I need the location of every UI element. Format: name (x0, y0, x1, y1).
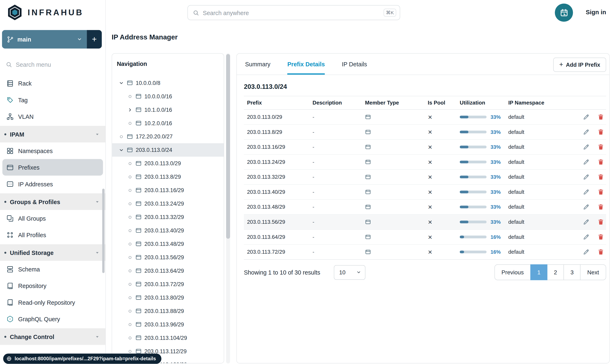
edit-icon[interactable] (583, 173, 589, 180)
delete-icon[interactable] (598, 173, 604, 180)
add-branch-button[interactable]: + (87, 30, 102, 49)
table-row[interactable]: 203.0.113.72/29 - ✕ 16% default (244, 244, 606, 260)
delete-icon[interactable] (598, 129, 604, 135)
table-row[interactable]: 203.0.113.40/29 - ✕ 33% default (244, 184, 606, 200)
tab-ip-details[interactable]: IP Details (342, 54, 367, 75)
delete-icon[interactable] (598, 189, 604, 195)
delete-icon[interactable] (598, 159, 604, 165)
menu-search-input[interactable] (16, 61, 100, 67)
edit-icon[interactable] (583, 204, 589, 210)
tree-item[interactable]: 10.0.0.0/8 (112, 76, 224, 90)
tree-item[interactable]: 203.0.113.72/29 (112, 277, 224, 291)
navigation-scrollbar-thumb[interactable] (226, 54, 230, 239)
prefix-cell[interactable]: 203.0.113.64/29 (244, 230, 309, 245)
tree-item[interactable]: 203.0.113.88/29 (112, 304, 224, 318)
table-row[interactable]: 203.0.113.0/29 - ✕ 33% default (244, 109, 606, 125)
delete-icon[interactable] (598, 114, 604, 120)
sidebar-item-prefixes[interactable]: Prefixes (2, 159, 103, 176)
add-ip-prefix-button[interactable]: + Add IP Prefix (553, 58, 606, 72)
delete-icon[interactable] (598, 248, 604, 255)
chevron-right-icon[interactable] (128, 107, 133, 112)
sidebar: INFRAHUB main + Rack Tag (0, 0, 106, 364)
tree-item[interactable]: 203.0.113.64/29 (112, 264, 224, 277)
sidebar-item-ip-addresses[interactable]: IP Addresses (2, 176, 103, 192)
table-row[interactable]: 203.0.113.8/29 - ✕ 33% default (244, 125, 606, 140)
schedule-button[interactable] (555, 3, 573, 22)
tree-item[interactable]: 203.0.113.40/29 (112, 224, 224, 237)
page-button-2[interactable]: 2 (547, 264, 564, 280)
navigation-scrollbar-track[interactable] (226, 53, 230, 363)
section-header-unified-storage[interactable]: Unified Storage (0, 244, 105, 261)
prefix-cell[interactable]: 203.0.113.24/29 (244, 155, 309, 169)
tree-item-selected[interactable]: 203.0.113.0/24 (112, 143, 224, 156)
prefix-cell[interactable]: 203.0.113.0/29 (244, 109, 309, 125)
edit-icon[interactable] (583, 248, 589, 255)
prefix-cell[interactable]: 203.0.113.56/29 (244, 214, 309, 230)
sidebar-item-namespaces[interactable]: Namespaces (2, 143, 103, 159)
sidebar-item-schema[interactable]: Schema (2, 261, 103, 277)
page-size-select[interactable]: 10 (334, 265, 366, 280)
edit-icon[interactable] (583, 219, 589, 225)
tree-item[interactable]: 203.0.113.96/29 (112, 318, 224, 331)
tree-item[interactable]: 10.1.0.0/16 (112, 103, 224, 117)
sidebar-item-all-profiles[interactable]: All Profiles (2, 226, 103, 243)
tree-item[interactable]: 172.20.20.0/27 (112, 130, 224, 143)
prefix-cell[interactable]: 203.0.113.72/29 (244, 244, 309, 260)
sidebar-item-all-groups[interactable]: All Groups (2, 210, 103, 226)
chevron-down-icon[interactable] (119, 80, 124, 86)
edit-icon[interactable] (583, 129, 589, 135)
sidebar-scrollbar[interactable] (102, 189, 105, 273)
prefix-cell[interactable]: 203.0.113.40/29 (244, 184, 309, 200)
edit-icon[interactable] (583, 143, 589, 150)
sidebar-item-tag[interactable]: Tag (2, 91, 103, 108)
edit-icon[interactable] (583, 189, 589, 195)
prefix-cell[interactable]: 203.0.113.48/29 (244, 200, 309, 215)
table-row[interactable]: 203.0.113.56/29 - ✕ 33% default (244, 214, 606, 230)
page-button-3[interactable]: 3 (564, 264, 581, 280)
section-header-ipam[interactable]: IPAM (0, 126, 105, 142)
sidebar-item-rack[interactable]: Rack (2, 75, 103, 91)
tree-item[interactable]: 203.0.113.104/29 (112, 331, 224, 345)
page-button-1[interactable]: 1 (531, 264, 548, 280)
tree-item[interactable]: 203.0.113.0/29 (112, 156, 224, 170)
table-row[interactable]: 203.0.113.16/29 - ✕ 33% default (244, 140, 606, 155)
table-row[interactable]: 203.0.113.48/29 - ✕ 33% default (244, 200, 606, 215)
section-header-change-control[interactable]: Change Control (0, 328, 105, 345)
edit-icon[interactable] (583, 159, 589, 165)
edit-icon[interactable] (583, 234, 589, 240)
prefix-cell[interactable]: 203.0.113.16/29 (244, 140, 309, 155)
next-page-button[interactable]: Next (580, 264, 606, 280)
previous-page-button[interactable]: Previous (494, 264, 531, 280)
table-row[interactable]: 203.0.113.24/29 - ✕ 33% default (244, 155, 606, 169)
tree-item[interactable]: 203.0.113.56/29 (112, 251, 224, 264)
sidebar-item-vlan[interactable]: VLAN (2, 108, 103, 125)
delete-icon[interactable] (598, 204, 604, 210)
prefix-cell[interactable]: 203.0.113.8/29 (244, 125, 309, 140)
delete-icon[interactable] (598, 234, 604, 240)
sidebar-item-repository[interactable]: Repository (2, 277, 103, 294)
logo[interactable]: INFRAHUB (0, 0, 105, 21)
tree-item[interactable]: 203.0.113.16/29 (112, 183, 224, 197)
section-header-groups-profiles[interactable]: Groups & Profiles (0, 193, 105, 210)
sidebar-item-readonly-repository[interactable]: Read-only Repository (2, 294, 103, 311)
table-row[interactable]: 203.0.113.64/29 - ✕ 16% default (244, 230, 606, 245)
global-search-input[interactable] (203, 9, 380, 16)
sidebar-item-graphql-query[interactable]: GraphQL Query (2, 311, 103, 327)
delete-icon[interactable] (598, 143, 604, 150)
edit-icon[interactable] (583, 114, 589, 120)
prefix-cell[interactable]: 203.0.113.32/29 (244, 169, 309, 184)
sign-in-link[interactable]: Sign in (586, 9, 606, 16)
tree-item[interactable]: 10.0.0.0/16 (112, 90, 224, 103)
delete-icon[interactable] (598, 219, 604, 225)
branch-select-button[interactable]: main (2, 30, 87, 49)
tree-item[interactable]: 203.0.113.24/29 (112, 197, 224, 210)
table-row[interactable]: 203.0.113.32/29 - ✕ 33% default (244, 169, 606, 184)
tree-item[interactable]: 203.0.113.48/29 (112, 237, 224, 251)
tree-item[interactable]: 203.0.113.8/29 (112, 170, 224, 183)
tree-item[interactable]: 10.2.0.0/16 (112, 116, 224, 130)
tab-summary[interactable]: Summary (245, 54, 270, 75)
chevron-down-icon[interactable] (119, 147, 124, 153)
tree-item[interactable]: 203.0.113.32/29 (112, 210, 224, 224)
tree-item[interactable]: 203.0.113.80/29 (112, 291, 224, 304)
tab-prefix-details[interactable]: Prefix Details (287, 54, 325, 75)
